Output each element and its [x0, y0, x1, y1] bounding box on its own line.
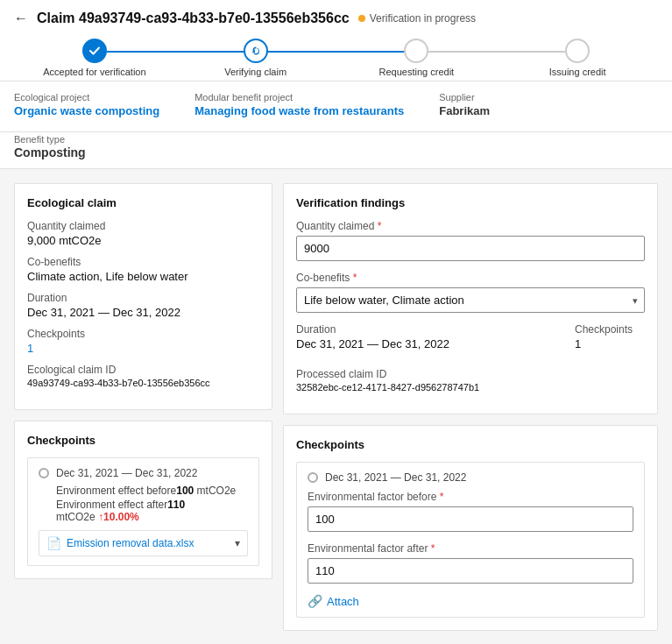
step-issuing-label: Issuing credit [549, 67, 606, 77]
page-title: Claim 49a93749-ca93-4b33-b7e0-13556eb356… [37, 11, 350, 26]
paperclip-icon: 🔗 [308, 594, 322, 608]
ecological-claim-title: Ecological claim [27, 196, 259, 209]
vf-cobenefits-select[interactable]: Life below water, Climate action Climate… [296, 287, 645, 313]
step-verifying-label: Verifying claim [224, 67, 286, 77]
status-dot [358, 15, 365, 22]
env-factor-before-field: Environmental factor before * [308, 491, 633, 532]
env-factor-after-label: Environmental factor after * [308, 542, 633, 555]
quantity-field: Quantity claimed 9,000 mtCO2e [27, 220, 259, 247]
modular-benefit-item: Modular benefit project Managing food wa… [195, 92, 404, 117]
status-text: Verification in progress [370, 12, 476, 25]
ecological-project-value[interactable]: Organic waste composting [14, 104, 159, 117]
attach-label: Attach [327, 595, 359, 608]
attach-button[interactable]: 🔗 Attach [308, 594, 633, 608]
left-checkpoint-item: Dec 31, 2021 — Dec 31, 2022 Environment … [27, 457, 259, 566]
env-factor-after-field: Environmental factor after * [308, 542, 633, 584]
right-checkpoints-title: Checkpoints [296, 438, 645, 451]
modular-benefit-label: Modular benefit project [195, 92, 404, 103]
env-factor-before-label: Environmental factor before * [308, 491, 633, 503]
vf-cobenefits-field: Co-benefits * Life below water, Climate … [296, 272, 645, 313]
step-verifying: Verifying claim [175, 39, 336, 77]
right-checkpoint-item: Dec 31, 2021 — Dec 31, 2022 Environmenta… [296, 462, 645, 618]
vf-cobenefits-label: Co-benefits * [296, 272, 645, 284]
env-factor-before-input[interactable] [308, 506, 633, 532]
claim-id-field: Ecological claim ID 49a93749-ca93-4b33-b… [27, 364, 259, 388]
checkpoints-value[interactable]: 1 [27, 342, 259, 355]
vf-quantity-label: Quantity claimed * [296, 220, 645, 232]
duration-label: Duration [27, 292, 259, 304]
chevron-down-icon: ▾ [235, 537, 240, 549]
verification-findings-card: Verification findings Quantity claimed *… [283, 183, 658, 414]
ecological-project-label: Ecological project [14, 92, 159, 103]
step-requesting-label: Requesting credit [379, 67, 455, 77]
checkpoint-dot [39, 468, 49, 478]
vf-quantity-field: Quantity claimed * [296, 220, 645, 261]
quantity-label: Quantity claimed [27, 220, 259, 232]
cobenefits-label: Co-benefits [27, 256, 259, 268]
checkpoints-label: Checkpoints [27, 328, 259, 340]
step-requesting: Requesting credit [336, 39, 498, 77]
quantity-value: 9,000 mtCO2e [27, 234, 259, 247]
step-issuing: Issuing credit [497, 39, 658, 77]
verification-findings-title: Verification findings [296, 196, 645, 209]
env-factor-after-input[interactable] [308, 558, 633, 584]
ecological-claim-card: Ecological claim Quantity claimed 9,000 … [14, 183, 272, 410]
supplier-label: Supplier [439, 92, 490, 103]
cobenefits-value: Climate action, Life below water [27, 270, 259, 283]
right-checkpoint-dot [308, 472, 318, 483]
file-icon: 📄 [46, 536, 61, 550]
file-attachment[interactable]: 📄 Emission removal data.xlsx ▾ [39, 530, 248, 556]
step-accepted: Accepted for verification [14, 39, 175, 77]
right-checkpoint-date: Dec 31, 2021 — Dec 31, 2022 [325, 471, 466, 484]
status-badge: Verification in progress [358, 12, 476, 25]
checkpoints-field: Checkpoints 1 [27, 328, 259, 355]
effect-after: Environment effect after110 mtCO2e ↑10.0… [39, 499, 248, 523]
step-accepted-label: Accepted for verification [43, 67, 145, 77]
left-checkpoints-card: Checkpoints Dec 31, 2021 — Dec 31, 2022 … [14, 421, 272, 579]
vf-quantity-input[interactable] [296, 236, 645, 261]
right-checkpoints-card: Checkpoints Dec 31, 2021 — Dec 31, 2022 … [283, 425, 658, 631]
vf-processed-id-label: Processed claim ID [296, 368, 645, 380]
effect-before: Environment effect before100 mtCO2e [39, 485, 248, 497]
back-button[interactable]: ← [14, 11, 28, 26]
file-name: Emission removal data.xlsx [67, 537, 230, 549]
vf-processed-id-field: Processed claim ID 32582ebc-ce12-4171-84… [296, 368, 645, 393]
claim-id-value: 49a93749-ca93-4b33-b7e0-13556eb356cc [27, 378, 259, 388]
claim-id-label: Ecological claim ID [27, 364, 259, 376]
left-checkpoints-title: Checkpoints [27, 434, 259, 447]
supplier-value: Fabrikam [439, 104, 490, 117]
vf-cobenefits-select-wrapper: Life below water, Climate action Climate… [296, 287, 645, 313]
vf-duration-field: Duration Dec 31, 2021 — Dec 31, 2022 [296, 323, 557, 350]
vf-checkpoints-label: Checkpoints [575, 323, 645, 336]
cobenefits-field: Co-benefits Climate action, Life below w… [27, 256, 259, 283]
benefit-type-label: Benefit type [14, 134, 65, 145]
vf-checkpoints-value: 1 [575, 337, 645, 350]
supplier-item: Supplier Fabrikam [439, 92, 490, 117]
vf-duration-label: Duration [296, 323, 557, 336]
duration-field: Duration Dec 31, 2021 — Dec 31, 2022 [27, 292, 259, 319]
vf-processed-id-value: 32582ebc-ce12-4171-8427-d956278747b1 [296, 382, 645, 393]
ecological-project-item: Ecological project Organic waste compost… [14, 92, 159, 117]
duration-value: Dec 31, 2021 — Dec 31, 2022 [27, 306, 259, 319]
modular-benefit-value[interactable]: Managing food waste from restaurants [195, 104, 404, 117]
left-checkpoint-date: Dec 31, 2021 — Dec 31, 2022 [56, 467, 197, 479]
vf-checkpoints-field: Checkpoints 1 [575, 323, 645, 350]
vf-duration-value: Dec 31, 2021 — Dec 31, 2022 [296, 337, 557, 350]
percent-change: ↑10.00% [98, 511, 139, 523]
benefit-type-value: Composting [14, 145, 658, 159]
